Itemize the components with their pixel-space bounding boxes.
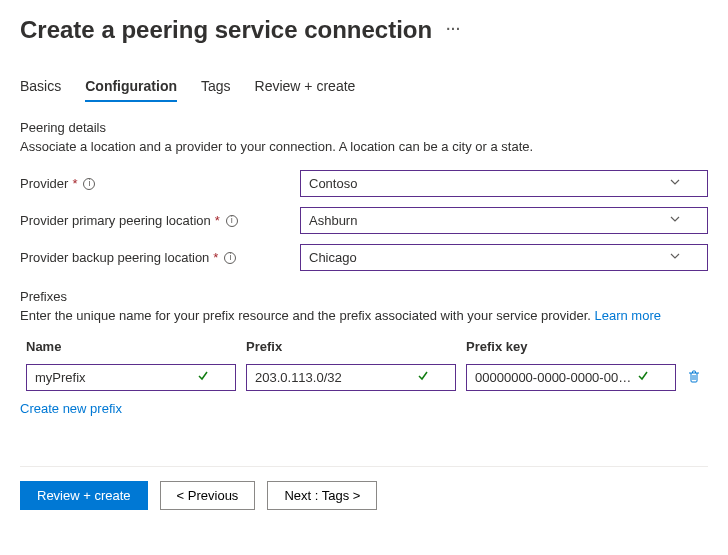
backup-location-label-text: Provider backup peering location (20, 250, 209, 265)
prefix-cidr-input[interactable]: 203.0.113.0/32 (246, 364, 456, 391)
provider-select[interactable]: Contoso (300, 170, 708, 197)
prefixes-heading: Prefixes (20, 289, 708, 304)
primary-location-label: Provider primary peering location * i (20, 213, 300, 228)
prefix-key-value: 00000000-0000-0000-0000-0... (475, 370, 635, 385)
prefix-name-value: myPrefix (35, 370, 86, 385)
prefix-key-input[interactable]: 00000000-0000-0000-0000-0... (466, 364, 676, 391)
prefix-name-input[interactable]: myPrefix (26, 364, 236, 391)
more-actions-icon[interactable]: ··· (446, 21, 461, 39)
check-icon (197, 370, 209, 385)
required-marker: * (72, 176, 77, 191)
required-marker: * (213, 250, 218, 265)
tab-review[interactable]: Review + create (255, 74, 356, 102)
provider-label-text: Provider (20, 176, 68, 191)
info-icon[interactable]: i (224, 252, 236, 264)
tab-tags[interactable]: Tags (201, 74, 231, 102)
tab-configuration[interactable]: Configuration (85, 74, 177, 102)
peering-details-heading: Peering details (20, 120, 708, 135)
backup-location-value: Chicago (309, 250, 357, 265)
tab-bar: Basics Configuration Tags Review + creat… (20, 74, 708, 102)
page-title-text: Create a peering service connection (20, 16, 432, 44)
create-new-prefix-link[interactable]: Create new prefix (20, 401, 122, 416)
prefix-table-header: Name Prefix Prefix key (26, 339, 714, 364)
primary-location-select[interactable]: Ashburn (300, 207, 708, 234)
primary-location-label-text: Provider primary peering location (20, 213, 211, 228)
provider-value: Contoso (309, 176, 357, 191)
check-icon (417, 370, 429, 385)
provider-label: Provider * i (20, 176, 300, 191)
prefix-table: Name Prefix Prefix key myPrefix 203.0.11… (26, 339, 714, 391)
info-icon[interactable]: i (83, 178, 95, 190)
column-header-key: Prefix key (466, 339, 676, 354)
tab-basics[interactable]: Basics (20, 74, 61, 102)
check-icon (637, 370, 649, 385)
backup-location-label: Provider backup peering location * i (20, 250, 300, 265)
info-icon[interactable]: i (226, 215, 238, 227)
chevron-down-icon (669, 213, 681, 228)
page-title: Create a peering service connection ··· (20, 16, 708, 44)
backup-location-select[interactable]: Chicago (300, 244, 708, 271)
trash-icon (686, 368, 702, 384)
prefixes-description-text: Enter the unique name for your prefix re… (20, 308, 594, 323)
primary-location-value: Ashburn (309, 213, 357, 228)
column-header-name: Name (26, 339, 236, 354)
review-create-button[interactable]: Review + create (20, 481, 148, 510)
prefix-cidr-value: 203.0.113.0/32 (255, 370, 342, 385)
delete-row-button[interactable] (686, 368, 702, 384)
chevron-down-icon (669, 176, 681, 191)
required-marker: * (215, 213, 220, 228)
prefixes-description: Enter the unique name for your prefix re… (20, 308, 708, 323)
footer-actions: Review + create < Previous Next : Tags > (20, 466, 708, 510)
table-row: myPrefix 203.0.113.0/32 00000000-0000-00… (26, 364, 714, 391)
peering-details-description: Associate a location and a provider to y… (20, 139, 708, 154)
previous-button[interactable]: < Previous (160, 481, 256, 510)
next-button[interactable]: Next : Tags > (267, 481, 377, 510)
learn-more-link[interactable]: Learn more (594, 308, 660, 323)
column-header-prefix: Prefix (246, 339, 456, 354)
chevron-down-icon (669, 250, 681, 265)
